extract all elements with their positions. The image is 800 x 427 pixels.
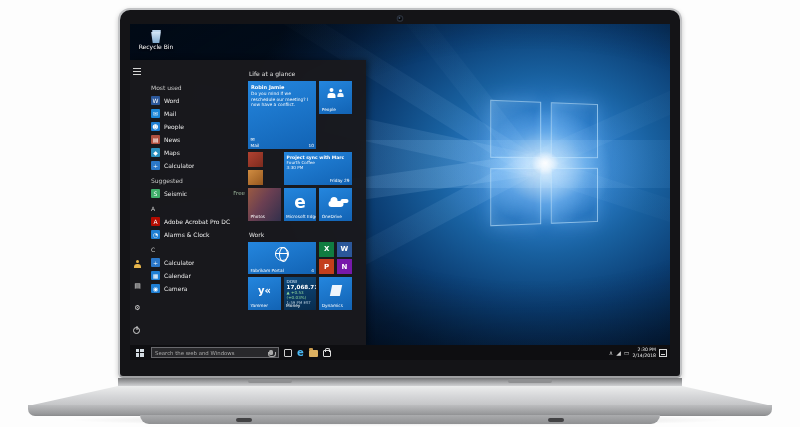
calendar-icon: ▦ bbox=[151, 271, 160, 280]
tile-fabrikam-portal[interactable]: Fabrikam Portal 4 bbox=[248, 242, 316, 275]
calendar-date: Friday 29 bbox=[330, 178, 350, 183]
tile-photo-small-2[interactable] bbox=[248, 170, 263, 185]
tile-word[interactable]: W bbox=[337, 242, 352, 257]
taskbar: e ∧ ◢ ▭ 2:30 PM 2/14/2018 bbox=[130, 345, 670, 360]
people-icon: ☻ bbox=[151, 122, 160, 131]
tile-calendar[interactable]: Project sync with Marc Fourth Coffee 3:3… bbox=[284, 152, 352, 185]
app-item-word[interactable]: W Word bbox=[151, 94, 245, 106]
yammer-icon: y« bbox=[258, 285, 271, 296]
excel-icon: X bbox=[324, 245, 329, 253]
section-header-c: C bbox=[151, 246, 155, 253]
task-view-button[interactable] bbox=[284, 349, 292, 357]
gear-icon: ⚙ bbox=[134, 304, 140, 312]
user-icon bbox=[133, 260, 141, 268]
app-item-calculator[interactable]: ÷ Calculator bbox=[151, 159, 245, 171]
taskbar-search-box[interactable] bbox=[151, 347, 279, 358]
tile-label: Photos bbox=[251, 214, 266, 219]
adobe-acrobat-icon: A bbox=[151, 217, 160, 226]
tile-powerpoint[interactable]: P bbox=[319, 259, 334, 274]
section-header-a: A bbox=[151, 205, 155, 212]
network-icon[interactable]: ◢ bbox=[616, 349, 621, 357]
tile-microsoft-edge[interactable]: e Microsoft Edge bbox=[284, 188, 317, 221]
tile-label: Fabrikam Portal bbox=[251, 268, 284, 273]
battery-icon[interactable]: ▭ bbox=[624, 349, 630, 357]
word-icon: W bbox=[151, 96, 160, 105]
mail-sender: Robin Jamie bbox=[248, 81, 316, 91]
tile-dynamics[interactable]: Dynamics bbox=[319, 277, 352, 310]
section-header-suggested: Suggested bbox=[151, 177, 183, 184]
power-icon bbox=[133, 327, 140, 334]
expand-menu-button[interactable] bbox=[133, 67, 142, 76]
tile-excel[interactable]: X bbox=[319, 242, 334, 257]
tile-photos[interactable]: Photos bbox=[248, 188, 281, 221]
mail-icon: ✉ bbox=[151, 109, 160, 118]
laptop-lid: Recycle Bin ▤ ⚙ Most used W Word bbox=[118, 8, 682, 378]
app-item-alarms-clock[interactable]: ◔ Alarms & Clock bbox=[151, 228, 245, 240]
app-item-calculator-2[interactable]: ÷ Calculator bbox=[151, 256, 245, 268]
onedrive-cloud-icon bbox=[328, 201, 343, 207]
news-icon: ▤ bbox=[151, 135, 160, 144]
powerpoint-icon: P bbox=[324, 263, 329, 271]
settings-button[interactable]: ⚙ bbox=[133, 304, 142, 313]
microphone-icon[interactable] bbox=[269, 350, 273, 355]
start-app-list: Most used W Word ✉ Mail ☻ People ▤ bbox=[145, 60, 247, 345]
notification-badge: 4 bbox=[311, 268, 314, 273]
people-icon bbox=[327, 88, 344, 99]
laptop-deck bbox=[28, 386, 772, 406]
documents-button[interactable]: ▤ bbox=[133, 282, 142, 291]
calculator-icon: ÷ bbox=[151, 258, 160, 267]
dynamics-icon bbox=[329, 285, 341, 296]
app-item-seismic[interactable]: S Seismic Free bbox=[151, 187, 245, 199]
documents-icon: ▤ bbox=[134, 282, 141, 290]
store-icon[interactable] bbox=[323, 350, 331, 357]
app-item-camera[interactable]: ◉ Camera bbox=[151, 282, 245, 294]
maps-icon: ◆ bbox=[151, 148, 160, 157]
app-item-maps[interactable]: ◆ Maps bbox=[151, 146, 245, 158]
tile-onedrive[interactable]: OneDrive bbox=[319, 188, 352, 221]
tile-label: Mail bbox=[251, 143, 260, 148]
user-account-button[interactable] bbox=[133, 260, 142, 269]
tile-onenote[interactable]: N bbox=[337, 259, 352, 274]
power-button[interactable] bbox=[133, 326, 142, 335]
hidden-icons-chevron[interactable]: ∧ bbox=[609, 349, 613, 357]
tile-mail[interactable]: Robin Jamie Do you mind if we reschedule… bbox=[248, 81, 316, 149]
tile-label: Money bbox=[286, 303, 300, 308]
laptop-bottom bbox=[140, 415, 660, 424]
unread-count-badge: 10 bbox=[308, 143, 313, 148]
rubber-foot bbox=[236, 418, 252, 422]
search-input[interactable] bbox=[155, 350, 267, 356]
edge-taskbar-icon[interactable]: e bbox=[297, 348, 304, 358]
tile-people[interactable]: People bbox=[319, 81, 352, 114]
start-rail: ▤ ⚙ bbox=[130, 60, 145, 345]
tile-label: People bbox=[322, 107, 336, 112]
calculator-icon: ÷ bbox=[151, 161, 160, 170]
tile-label: Yammer bbox=[251, 303, 268, 308]
mail-preview: Do you mind if we reschedule our meeting… bbox=[248, 91, 316, 108]
tile-group-header-life[interactable]: Life at a glance bbox=[249, 70, 360, 77]
start-button[interactable] bbox=[133, 346, 146, 359]
laptop-hinge bbox=[118, 378, 682, 386]
rubber-foot bbox=[548, 418, 564, 422]
recycle-bin-shortcut[interactable]: Recycle Bin bbox=[138, 30, 174, 51]
tile-yammer[interactable]: y« Yammer bbox=[248, 277, 281, 310]
word-icon: W bbox=[341, 245, 349, 253]
section-header-most-used: Most used bbox=[151, 84, 182, 91]
tile-money[interactable]: DOW 17,068.71 ▲ +0.53 (+0.03%) 1:59 PM E… bbox=[284, 277, 317, 310]
recycle-bin-icon bbox=[152, 30, 161, 32]
webcam bbox=[397, 15, 404, 22]
free-badge: Free bbox=[233, 190, 245, 196]
app-item-calendar[interactable]: ▦ Calendar bbox=[151, 269, 245, 281]
taskbar-clock[interactable]: 2:30 PM 2/14/2018 bbox=[632, 347, 656, 357]
app-item-news[interactable]: ▤ News bbox=[151, 133, 245, 145]
tile-photo-small-1[interactable] bbox=[248, 152, 263, 167]
file-explorer-icon[interactable] bbox=[309, 350, 318, 357]
hamburger-icon bbox=[133, 68, 141, 75]
stock-change: ▲ +0.53 (+0.03%) bbox=[284, 290, 317, 300]
action-center-icon[interactable] bbox=[659, 349, 667, 357]
tile-group-header-work[interactable]: Work bbox=[249, 231, 360, 238]
app-item-people[interactable]: ☻ People bbox=[151, 120, 245, 132]
app-item-mail[interactable]: ✉ Mail bbox=[151, 107, 245, 119]
system-tray: ∧ ◢ ▭ 2:30 PM 2/14/2018 bbox=[609, 347, 667, 357]
app-item-adobe-acrobat[interactable]: A Adobe Acrobat Pro DC bbox=[151, 215, 245, 227]
calendar-event-title: Project sync with Marc bbox=[284, 152, 352, 160]
